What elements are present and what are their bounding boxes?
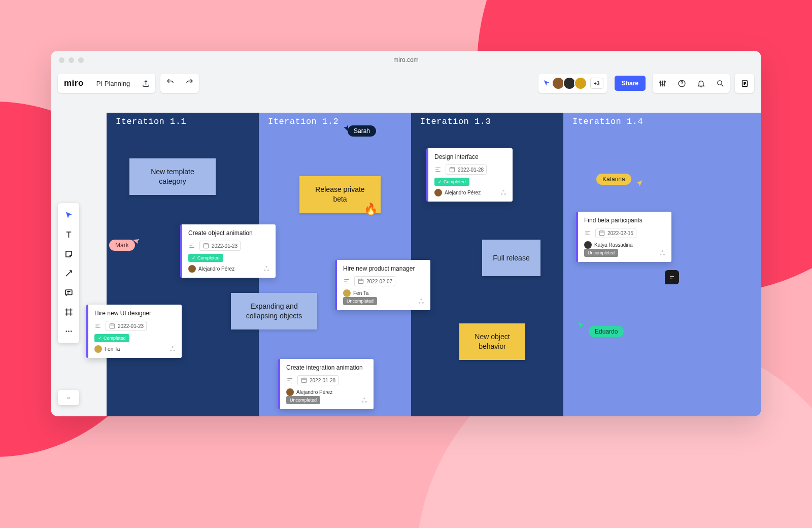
sticky-note[interactable]: Release private beta 🔥	[299, 176, 381, 213]
svg-rect-22	[301, 378, 306, 383]
search-icon[interactable]	[710, 74, 730, 93]
svg-rect-10	[204, 244, 208, 248]
undo-redo	[160, 74, 199, 93]
line-tool-icon[interactable]	[59, 264, 78, 282]
task-card[interactable]: Design interface 2022-01-28 ✓ Completed …	[426, 148, 513, 202]
more-collaborators[interactable]: +3	[590, 78, 603, 89]
svg-point-8	[68, 331, 69, 332]
svg-point-17	[174, 350, 175, 351]
card-title: Create object animation	[188, 229, 269, 237]
svg-rect-30	[599, 231, 604, 236]
sticky-note[interactable]: New object behavior	[459, 323, 525, 360]
tree-icon	[360, 396, 368, 405]
export-icon[interactable]	[136, 74, 155, 93]
svg-point-29	[504, 193, 506, 195]
status-tag: ✓ Completed	[94, 334, 129, 342]
task-card[interactable]: Hire new product manager 2022-02-07 Fen …	[335, 260, 430, 310]
comment-marker-icon[interactable]	[665, 270, 679, 284]
status-tag: ✓ Completed	[434, 178, 469, 186]
card-assignee: Katya Rassadina	[584, 241, 665, 249]
traffic-lights	[59, 57, 84, 63]
status-tag: Uncompleted	[286, 396, 320, 404]
browser-chrome: miro.com	[51, 51, 761, 69]
card-title: Find beta participants	[584, 217, 665, 224]
task-card[interactable]: Create object animation 2022-01-23 ✓ Com…	[180, 224, 276, 278]
card-date: 2022-01-28	[446, 164, 487, 175]
board-identity: miro PI Planning	[58, 74, 155, 93]
svg-point-13	[267, 270, 269, 271]
sticky-text: Release private beta	[309, 185, 371, 204]
sticky-tool-icon[interactable]	[59, 245, 78, 263]
task-card[interactable]: Create integration animation 2022-01-28 …	[278, 359, 374, 409]
svg-point-15	[172, 346, 173, 348]
card-title: Create integration animation	[286, 364, 367, 371]
miro-logo[interactable]: miro	[58, 78, 90, 88]
cursor-label: Mark	[109, 240, 135, 251]
undo-icon[interactable]	[160, 74, 180, 93]
tree-icon	[658, 249, 666, 258]
tree-icon	[499, 188, 507, 197]
redo-icon[interactable]	[180, 74, 199, 93]
share-button[interactable]: Share	[615, 76, 646, 91]
settings-icon[interactable]	[653, 74, 672, 93]
svg-rect-6	[65, 289, 72, 294]
status-tag: Uncompleted	[343, 297, 377, 305]
card-title: Design interface	[434, 153, 506, 160]
card-title: Hire new product manager	[343, 265, 424, 272]
notes-icon[interactable]	[735, 74, 754, 93]
task-card[interactable]: Hire new UI designer 2022-01-23 ✓ Comple…	[86, 305, 182, 358]
board-title[interactable]: PI Planning	[90, 80, 137, 87]
user-cursor: Mark	[109, 240, 145, 251]
tree-icon	[168, 345, 177, 354]
iteration-column: Iteration 1.4	[563, 113, 761, 416]
desc-icon	[188, 242, 195, 249]
card-date: 2022-01-23	[106, 321, 147, 331]
desc-icon	[343, 278, 350, 285]
svg-point-33	[663, 254, 665, 255]
svg-point-25	[365, 401, 367, 403]
sticky-note[interactable]: Full release	[482, 240, 540, 276]
tree-icon	[262, 265, 270, 274]
text-tool-icon[interactable]	[59, 225, 78, 244]
desc-icon	[584, 229, 591, 237]
avatar[interactable]	[574, 77, 587, 90]
status-tag: Uncompleted	[584, 249, 618, 257]
svg-point-20	[419, 302, 420, 304]
frame-tool-icon[interactable]	[59, 303, 78, 321]
column-header: Iteration 1.3	[420, 117, 491, 126]
desc-icon	[286, 377, 293, 384]
svg-rect-26	[450, 168, 454, 172]
card-date: 2022-02-07	[354, 276, 395, 286]
top-toolbar: miro PI Planning +3 Share	[51, 69, 761, 97]
svg-point-28	[501, 193, 502, 195]
task-card[interactable]: Find beta participants 2022-02-15 Katya …	[576, 212, 671, 262]
svg-point-32	[660, 254, 661, 255]
board-canvas[interactable]: Iteration 1.1 Iteration 1.2 Iteration 1.…	[51, 97, 761, 416]
card-date: 2022-01-28	[297, 375, 339, 385]
bell-icon[interactable]	[691, 74, 710, 93]
tree-icon	[417, 297, 425, 306]
cursor-label: Eduardo	[589, 326, 624, 337]
card-assignee: Fen Ta	[343, 289, 424, 297]
user-cursor: Katarina	[596, 174, 641, 185]
svg-point-11	[265, 266, 267, 268]
right-icons	[653, 74, 730, 93]
svg-point-24	[362, 401, 363, 403]
more-tools-icon[interactable]	[59, 322, 78, 340]
cursor-icon	[543, 79, 551, 87]
sticky-note[interactable]: New template category	[129, 158, 216, 195]
comment-tool-icon[interactable]	[59, 283, 78, 302]
desc-icon	[94, 322, 101, 329]
svg-point-7	[65, 331, 66, 332]
card-assignee: Alejandro Pérez	[286, 388, 367, 396]
svg-point-23	[363, 398, 365, 399]
svg-point-12	[264, 270, 265, 271]
collaborator-avatars[interactable]: +3	[538, 74, 607, 93]
url-display: miro.com	[393, 56, 418, 63]
svg-point-19	[420, 299, 422, 300]
help-icon[interactable]	[672, 74, 691, 93]
svg-point-4	[717, 80, 722, 85]
select-tool-icon[interactable]	[59, 206, 78, 224]
sticky-note[interactable]: Expanding and collapsing objects	[231, 293, 317, 329]
svg-point-9	[71, 331, 72, 332]
